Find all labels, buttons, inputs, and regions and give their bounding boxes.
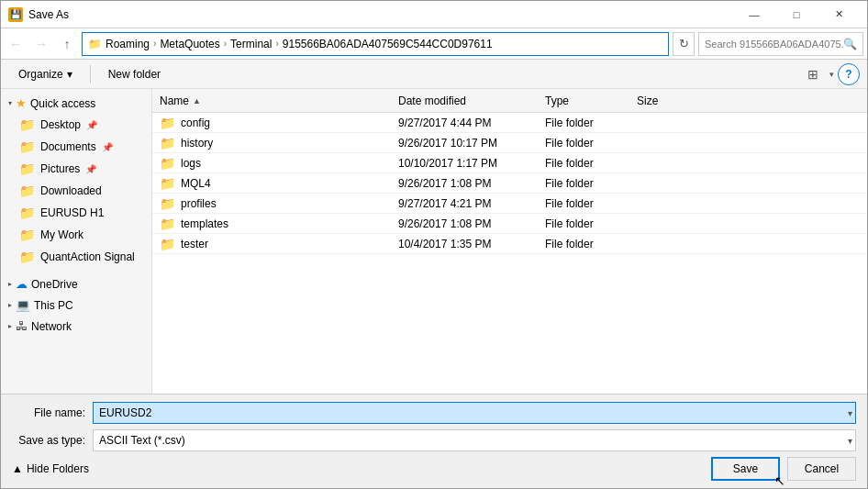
table-row[interactable]: 📁 history 9/26/2017 10:17 PM File folder xyxy=(152,133,867,153)
column-date[interactable]: Date modified xyxy=(391,94,538,107)
desktop-pin-icon: 📌 xyxy=(86,120,97,130)
back-button[interactable]: ← xyxy=(5,33,27,55)
up-button[interactable]: ↑ xyxy=(56,33,78,55)
sidebar-thispc-header[interactable]: ▸ 💻 This PC xyxy=(1,295,151,316)
sidebar-eurusd-label: EURUSD H1 xyxy=(40,206,104,219)
folder-icon: 📁 xyxy=(160,217,175,231)
filename-input[interactable] xyxy=(93,402,856,424)
sidebar-item-desktop[interactable]: 📁 Desktop 📌 xyxy=(1,114,151,136)
forward-button[interactable]: → xyxy=(30,33,52,55)
save-button[interactable]: Save xyxy=(711,457,780,481)
main-content: ▾ ★ Quick access 📁 Desktop 📌 📁 Documents… xyxy=(1,89,867,394)
save-button-wrapper: Save ↖ xyxy=(711,457,780,481)
sidebar-quantaction-label: QuantAction Signal xyxy=(40,250,135,263)
file-date-cell: 9/26/2017 1:08 PM xyxy=(391,177,538,190)
file-name: tester xyxy=(181,238,208,250)
bottom-panel: File name: ▾ Save as type: ASCII Text (*… xyxy=(1,394,867,488)
address-bar[interactable]: 📁 Roaming › MetaQuotes › Terminal › 9155… xyxy=(82,32,669,56)
thispc-chevron-icon: ▸ xyxy=(8,301,12,309)
sidebar-item-documents[interactable]: 📁 Documents 📌 xyxy=(1,136,151,158)
organize-chevron-icon: ▾ xyxy=(67,68,72,81)
folder-icon: 📁 xyxy=(160,136,175,150)
hide-folders-chevron-icon: ▲ xyxy=(12,462,23,475)
table-row[interactable]: 📁 templates 9/26/2017 1:08 PM File folde… xyxy=(152,214,867,234)
file-type-cell: File folder xyxy=(538,238,629,250)
onedrive-label: OneDrive xyxy=(31,278,78,291)
sidebar-desktop-label: Desktop xyxy=(40,118,81,131)
cancel-button[interactable]: Cancel xyxy=(787,457,856,481)
sidebar-item-mywork[interactable]: 📁 My Work xyxy=(1,224,151,246)
pictures-pin-icon: 📌 xyxy=(85,164,96,174)
filename-row: File name: ▾ xyxy=(12,402,856,424)
thispc-icon: 💻 xyxy=(16,298,30,312)
sidebar-quick-access-header[interactable]: ▾ ★ Quick access xyxy=(1,93,151,114)
minimize-button[interactable]: — xyxy=(733,1,775,28)
table-row[interactable]: 📁 profiles 9/27/2017 4:21 PM File folder xyxy=(152,194,867,214)
help-button[interactable]: ? xyxy=(838,63,860,85)
file-date-cell: 9/26/2017 10:17 PM xyxy=(391,137,538,150)
file-type-cell: File folder xyxy=(538,157,629,170)
sidebar-item-pictures[interactable]: 📁 Pictures 📌 xyxy=(1,158,151,180)
downloaded-folder-icon: 📁 xyxy=(19,183,35,198)
title-bar: 💾 Save As — □ ✕ xyxy=(1,1,867,28)
table-row[interactable]: 📁 config 9/27/2017 4:44 PM File folder xyxy=(152,113,867,133)
folder-icon: 📁 xyxy=(160,176,175,191)
window-title: Save As xyxy=(28,8,733,21)
address-bar-row: ← → ↑ 📁 Roaming › MetaQuotes › Terminal … xyxy=(1,28,867,60)
file-date-cell: 10/4/2017 1:35 PM xyxy=(391,238,538,250)
window-controls: — □ ✕ xyxy=(733,1,860,28)
file-name: history xyxy=(181,137,213,150)
column-name[interactable]: Name ▲ xyxy=(152,94,391,107)
quantaction-folder-icon: 📁 xyxy=(19,250,35,264)
refresh-button[interactable]: ↻ xyxy=(673,32,695,56)
sidebar-item-downloaded[interactable]: 📁 Downloaded xyxy=(1,180,151,202)
sidebar-item-eurusd[interactable]: 📁 EURUSD H1 xyxy=(1,202,151,224)
network-label: Network xyxy=(31,320,72,333)
new-folder-button[interactable]: New folder xyxy=(98,63,171,85)
crumb-sep-1: › xyxy=(153,39,156,49)
sidebar-documents-label: Documents xyxy=(40,140,96,153)
onedrive-icon: ☁ xyxy=(16,277,28,291)
eurusd-folder-icon: 📁 xyxy=(19,206,35,220)
crumb-sep-2: › xyxy=(224,39,227,49)
organize-button[interactable]: Organize ▾ xyxy=(8,63,83,85)
folder-icon: 📁 xyxy=(160,237,175,251)
network-icon: 🖧 xyxy=(16,319,28,333)
sidebar-network-header[interactable]: ▸ 🖧 Network xyxy=(1,316,151,337)
sidebar-mywork-label: My Work xyxy=(40,228,83,241)
savetype-select[interactable]: ASCII Text (*.csv) xyxy=(93,429,856,451)
search-box[interactable]: 🔍 xyxy=(698,32,863,56)
sidebar-onedrive-header[interactable]: ▸ ☁ OneDrive xyxy=(1,273,151,295)
folder-icon: 📁 xyxy=(160,156,175,171)
address-folder-icon: 📁 xyxy=(88,38,102,50)
savetype-row: Save as type: ASCII Text (*.csv) ▾ xyxy=(12,429,856,451)
address-crumb: Roaming › MetaQuotes › Terminal › 915566… xyxy=(106,38,493,50)
pictures-folder-icon: 📁 xyxy=(19,161,35,176)
toolbar-separator xyxy=(90,65,91,83)
search-input[interactable] xyxy=(705,39,843,50)
sidebar-item-quantaction[interactable]: 📁 QuantAction Signal xyxy=(1,246,151,268)
action-row: ▲ Hide Folders Save ↖ Cancel xyxy=(12,457,856,481)
column-type[interactable]: Type xyxy=(538,94,629,107)
table-row[interactable]: 📁 MQL4 9/26/2017 1:08 PM File folder xyxy=(152,173,867,194)
view-button[interactable]: ⊞ xyxy=(800,63,826,85)
view-chevron-icon: ▾ xyxy=(829,70,834,79)
file-name: MQL4 xyxy=(181,177,211,190)
sidebar: ▾ ★ Quick access 📁 Desktop 📌 📁 Documents… xyxy=(1,89,152,394)
file-name: logs xyxy=(181,157,201,170)
table-row[interactable]: 📁 logs 10/10/2017 1:17 PM File folder xyxy=(152,153,867,173)
hide-folders-link[interactable]: ▲ Hide Folders xyxy=(12,462,89,475)
quick-access-label: Quick access xyxy=(30,97,95,110)
desktop-folder-icon: 📁 xyxy=(19,117,35,132)
column-size[interactable]: Size xyxy=(629,94,703,107)
file-name: config xyxy=(181,117,210,129)
close-button[interactable]: ✕ xyxy=(818,1,860,28)
file-name-cell: 📁 templates xyxy=(152,217,391,231)
folder-icon: 📁 xyxy=(160,196,175,211)
quick-access-chevron-icon: ▾ xyxy=(8,99,12,107)
maximize-button[interactable]: □ xyxy=(775,1,818,28)
table-row[interactable]: 📁 tester 10/4/2017 1:35 PM File folder xyxy=(152,234,867,254)
file-name-cell: 📁 config xyxy=(152,116,391,130)
file-date-cell: 9/26/2017 1:08 PM xyxy=(391,217,538,230)
savetype-select-wrapper: ASCII Text (*.csv) ▾ xyxy=(93,429,856,451)
